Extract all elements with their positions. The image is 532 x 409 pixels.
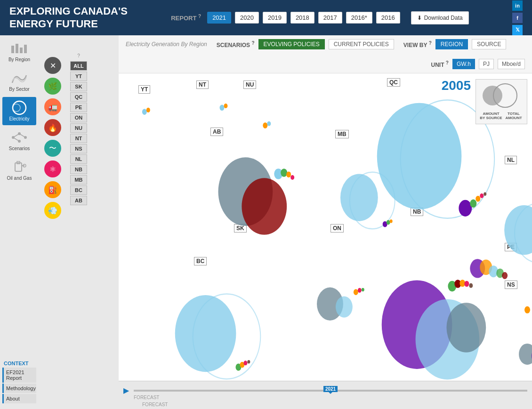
play-button[interactable]: ▶	[123, 386, 129, 395]
by-region-icon	[10, 41, 29, 56]
forecast-bar: ▶ 2021 FORECAST	[119, 381, 532, 400]
filter-nuclear-button[interactable]: ⚛	[44, 160, 61, 177]
region-pe[interactable]: PE	[70, 103, 87, 112]
nav-by-region[interactable]: By Region	[2, 38, 36, 66]
svg-point-68	[224, 104, 227, 108]
context-link-methodology[interactable]: Methodology	[2, 384, 36, 393]
svg-point-39	[387, 220, 390, 225]
svg-point-63	[502, 272, 508, 279]
forecast-label: FORECAST	[134, 395, 159, 400]
nav-electricity[interactable]: Electricity	[2, 97, 36, 125]
region-ab[interactable]: AB	[70, 196, 87, 205]
nav-by-region-label: By Region	[8, 57, 30, 62]
unit-control: UNIT ? GW.h PJ Mboe/d	[431, 59, 525, 69]
region-nb[interactable]: NB	[70, 165, 87, 174]
svg-point-36	[340, 174, 378, 221]
region-sk[interactable]: SK	[70, 82, 87, 91]
nav-oil-gas-label: Oil and Gas	[7, 176, 32, 181]
svg-point-43	[446, 303, 486, 352]
evolving-policies-btn[interactable]: EVOLVING POLICIES	[258, 39, 325, 49]
unit-gwh-btn[interactable]: GW.h	[452, 59, 475, 69]
linkedin-icon[interactable]: in	[512, 0, 523, 11]
region-nt[interactable]: NT	[70, 134, 87, 143]
nav-scenarios[interactable]: Scenarios	[2, 127, 36, 155]
scenarios-label: SCENARIOS ?	[217, 40, 255, 48]
source-filter-icons: ✕ 🌿 🚛 🔥 〜 ⚛ ⛽ 💨	[39, 35, 67, 409]
year-2019[interactable]: 2019	[263, 12, 287, 24]
timeline-slider[interactable]: 2021 FORECAST	[134, 390, 527, 392]
region-mb[interactable]: MB	[70, 175, 87, 184]
nav-oil-and-gas[interactable]: Oil and Gas	[2, 156, 36, 184]
filter-gas-button[interactable]: ⛽	[44, 181, 61, 198]
app-title: EXPLORING CANADA'S ENERGY FUTURE	[9, 5, 128, 30]
unit-label: UNIT ?	[431, 60, 448, 68]
view-by-region-btn[interactable]: REGION	[435, 39, 468, 49]
svg-point-4	[13, 101, 26, 114]
visualization-area[interactable]: 2005 YT NT NU AB MB QC NL SK ON NB BC PE…	[119, 73, 532, 381]
svg-point-52	[358, 288, 362, 293]
svg-point-29	[247, 360, 250, 364]
svg-point-33	[281, 168, 287, 177]
svg-line-10	[19, 134, 25, 137]
current-policies-btn[interactable]: CURRENT POLICIES	[329, 39, 394, 49]
legend-labels: AMOUNT BY SOURCE TOTAL AMOUNT	[480, 112, 523, 120]
download-button[interactable]: ⬇ Download Data	[411, 11, 469, 24]
svg-point-20	[470, 199, 476, 208]
year-2020[interactable]: 2020	[235, 12, 259, 24]
svg-point-5	[13, 104, 20, 112]
region-all[interactable]: ALL	[70, 61, 87, 71]
context-link-about[interactable]: About	[2, 394, 36, 403]
nav-scenarios-label: Scenarios	[9, 146, 30, 151]
region-qc[interactable]: QC	[70, 92, 87, 102]
region-nu[interactable]: NU	[70, 123, 87, 133]
svg-point-40	[390, 219, 393, 223]
filter-hydro-button[interactable]: 〜	[44, 140, 61, 157]
svg-point-71	[519, 344, 532, 365]
twitter-icon[interactable]: 𝕏	[512, 25, 523, 35]
filter-fossil-button[interactable]: 🔥	[44, 119, 61, 136]
filter-renewable-button[interactable]: 🌿	[44, 78, 61, 95]
top-controls: Electricity Generation By Region SCENARI…	[119, 35, 532, 73]
scenarios-control: SCENARIOS ? EVOLVING POLICIES CURRENT PO…	[217, 39, 394, 49]
region-list: ? ALL YT SK QC PE ON NU NT NS NL NB MB B…	[67, 49, 90, 409]
svg-point-31	[242, 178, 287, 235]
viewby-label: VIEW BY ?	[403, 40, 432, 48]
unit-mboe-btn[interactable]: Mboe/d	[498, 59, 525, 69]
region-bc[interactable]: BC	[70, 185, 87, 195]
facebook-icon[interactable]: f	[512, 13, 523, 23]
legend-circles	[480, 83, 523, 109]
nav-by-sector-label: By Sector	[9, 87, 29, 92]
region-nl[interactable]: NL	[70, 154, 87, 164]
svg-rect-3	[24, 45, 27, 53]
svg-point-24	[175, 295, 236, 372]
svg-point-50	[336, 296, 353, 317]
svg-point-28	[243, 361, 247, 365]
year-2018[interactable]: 2018	[290, 12, 314, 24]
region-ns[interactable]: NS	[70, 144, 87, 153]
view-by-source-btn[interactable]: SOURCE	[472, 39, 506, 49]
svg-point-22	[480, 193, 484, 198]
report-nav: REPORT ? 2021 2020 2019 2018 2017 2016* …	[171, 11, 468, 24]
filter-wind-button[interactable]: 💨	[44, 202, 61, 219]
filter-transport-button[interactable]: 🚛	[44, 98, 61, 115]
svg-point-51	[354, 289, 358, 295]
legend-amount-label: AMOUNT BY SOURCE	[480, 112, 502, 120]
region-yt[interactable]: YT	[70, 72, 87, 81]
year-2017[interactable]: 2017	[318, 12, 342, 24]
svg-point-12	[18, 140, 21, 143]
svg-point-65	[142, 109, 147, 115]
unit-pj-btn[interactable]: PJ	[479, 59, 494, 69]
filter-clear-button[interactable]: ✕	[44, 57, 61, 74]
year-2021[interactable]: 2021	[207, 12, 231, 24]
report-label: REPORT ?	[171, 14, 201, 22]
svg-point-69	[263, 122, 267, 128]
year-2016star[interactable]: 2016*	[346, 12, 372, 24]
svg-rect-0	[11, 46, 14, 53]
context-link-ef2021[interactable]: EF2021 Report	[2, 368, 36, 383]
forecast-text: FORECAST	[142, 402, 168, 407]
context-title: CONTEXT	[2, 358, 36, 368]
year-2016[interactable]: 2016	[376, 12, 400, 24]
nav-by-sector[interactable]: By Sector	[2, 67, 36, 96]
region-on[interactable]: ON	[70, 113, 87, 122]
nav-electricity-label: Electricity	[9, 116, 30, 121]
